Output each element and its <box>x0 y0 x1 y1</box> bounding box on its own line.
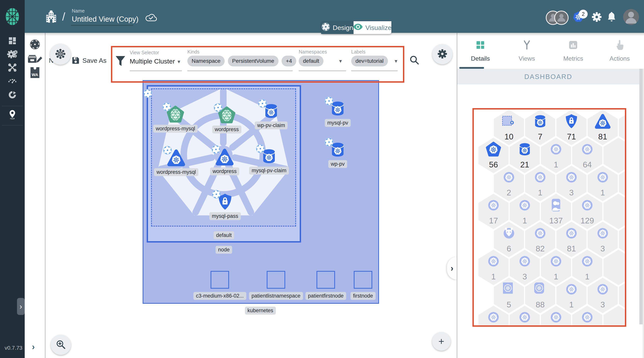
design-mode-button[interactable]: Design <box>321 21 354 34</box>
save-as-button[interactable]: Save As <box>82 57 106 64</box>
zoom-in-fab[interactable] <box>51 335 71 355</box>
user-avatar[interactable] <box>623 9 639 25</box>
tab-views[interactable]: Views <box>504 33 550 69</box>
hex-resource-cell[interactable]: 129 <box>572 194 602 229</box>
sidebar-item-kanvas[interactable] <box>0 108 25 122</box>
tab-metrics[interactable]: Metrics <box>550 33 596 69</box>
namespaces-dropdown-arrow[interactable]: ▼ <box>338 59 343 64</box>
resource-kind-icon <box>516 141 533 159</box>
hex-resource-cell[interactable]: 137 <box>541 194 571 229</box>
sidebar-item-extensions[interactable] <box>0 89 25 102</box>
hex-resource-cell[interactable] <box>604 194 626 229</box>
notifications-bell-icon[interactable] <box>607 12 616 23</box>
hex-resource-cell[interactable]: 1 <box>510 194 540 229</box>
dock-drawer-edit-icon[interactable] <box>25 51 45 67</box>
panel-scrollbar-thumb[interactable] <box>639 69 643 324</box>
hex-resource-cell[interactable]: 3 <box>588 278 618 313</box>
hex-resource-cell[interactable]: 10 <box>494 110 524 145</box>
hex-resource-cell[interactable]: 21 <box>510 138 540 173</box>
machine-node-square[interactable] <box>354 271 372 289</box>
resource-kind-icon <box>485 309 502 326</box>
canvas-dock <box>25 33 45 358</box>
resource-count: 137 <box>541 216 571 225</box>
hex-resource-cell[interactable]: 3 <box>556 166 586 201</box>
sidebar-divider <box>2 106 23 106</box>
machine-node-square[interactable] <box>316 271 335 289</box>
add-node-fab[interactable]: + <box>432 332 451 351</box>
resource-kind-icon <box>500 169 518 187</box>
tab-label: Metrics <box>563 55 583 62</box>
canvas-settings-fab[interactable] <box>432 44 452 64</box>
visualization-canvas[interactable]: wordpress-mysqlwordpresswp-pv-claimmysql… <box>45 33 457 358</box>
organization-icon[interactable] <box>45 11 57 24</box>
hex-resource-cell[interactable]: 2 <box>494 166 524 201</box>
kind-chip-more[interactable]: +4 <box>282 56 296 67</box>
visualize-mode-button[interactable]: Visualize <box>354 21 392 34</box>
settings-gear-icon[interactable] <box>592 12 602 23</box>
sidebar-item-lifecycle[interactable] <box>0 48 25 61</box>
resource-count: 81 <box>556 244 586 253</box>
resource-kind-icon <box>579 141 596 159</box>
hex-resource-cell[interactable] <box>604 138 626 173</box>
machine-node-label: patientlistnamespace <box>249 292 303 300</box>
tab-label: Actions <box>610 55 630 62</box>
hex-resource-cell[interactable]: 17 <box>478 194 508 229</box>
hex-resource-cell[interactable] <box>604 250 626 285</box>
kind-chip[interactable]: Namespace <box>188 56 225 67</box>
dock-meshery-spiral-icon[interactable] <box>25 37 45 53</box>
sidebar-item-performance[interactable] <box>0 74 25 87</box>
meshery-logo[interactable] <box>6 8 19 26</box>
version-text: v0.7.73 <box>5 345 22 351</box>
namespaces-chips: default ▼ <box>299 56 343 67</box>
hex-resource-cell[interactable]: 1 <box>588 166 618 201</box>
label-chip[interactable]: dev=tutorial <box>351 56 388 67</box>
hex-resource-cell[interactable]: 5 <box>494 278 524 313</box>
collaborator-avatar[interactable] <box>554 11 568 25</box>
hex-resource-cell[interactable]: 1 <box>541 250 571 285</box>
resource-count: 3 <box>588 300 618 309</box>
labels-dropdown-arrow[interactable]: ▼ <box>394 59 398 64</box>
resource-count: 1 <box>541 272 571 281</box>
mesh-sync-fab[interactable] <box>50 44 71 65</box>
sidebar-item-configuration[interactable] <box>0 61 25 75</box>
hex-resource-cell[interactable]: 1 <box>572 250 602 285</box>
metrics-chart-icon <box>568 40 578 52</box>
search-icon[interactable] <box>409 55 420 66</box>
hex-resource-cell[interactable]: 1 <box>556 278 586 313</box>
view-title-input[interactable]: Untitled View (Copy) <box>72 15 138 23</box>
view-selector-value[interactable]: Multiple Cluster <box>130 58 175 65</box>
resource-count: 1 <box>588 188 618 197</box>
sidebar-divider <box>2 125 23 126</box>
dock-expand-chevron[interactable]: › <box>32 341 35 352</box>
view-selector-label: View Selector <box>130 50 159 56</box>
tab-details[interactable]: Details <box>457 33 504 69</box>
machine-node-square[interactable] <box>210 271 229 289</box>
sidebar-item-dashboard[interactable] <box>0 34 25 48</box>
namespace-chip[interactable]: default <box>299 56 324 67</box>
hex-resource-cell[interactable]: 88 <box>525 278 555 313</box>
tab-actions[interactable]: Actions <box>596 33 643 69</box>
hex-resource-cell[interactable]: 56 <box>478 138 508 173</box>
hex-resource-cell[interactable]: 71 <box>556 110 586 145</box>
hex-resource-cell[interactable]: 81 <box>588 110 618 145</box>
resource-kind-icon <box>500 225 518 242</box>
namespace-container-default[interactable] <box>151 89 296 226</box>
hex-resource-cell[interactable]: 3 <box>588 222 618 257</box>
hex-resource-cell[interactable]: 1 <box>525 166 555 201</box>
sidebar-expand-tab[interactable]: › <box>17 298 25 315</box>
hex-resource-cell[interactable]: 81 <box>556 222 586 257</box>
hex-resource-cell[interactable]: 1 <box>541 138 571 173</box>
hex-resource-cell[interactable]: 7 <box>525 110 555 145</box>
resource-count: 1 <box>572 272 602 281</box>
filter-funnel-icon[interactable] <box>115 56 126 68</box>
dock-wasm-filter-icon[interactable]: WA <box>25 65 45 81</box>
panel-scrollbar-track <box>643 69 644 358</box>
kind-chip[interactable]: PersistentVolume <box>228 56 278 67</box>
hex-resource-cell[interactable]: 3 <box>510 250 540 285</box>
view-selector-dropdown-arrow[interactable]: ▼ <box>176 59 181 65</box>
hex-resource-cell[interactable]: 64 <box>572 138 602 173</box>
hex-resource-cell[interactable]: 1 <box>478 250 508 285</box>
hex-resource-cell[interactable]: 6 <box>494 222 524 257</box>
machine-node-square[interactable] <box>267 271 285 289</box>
hex-resource-cell[interactable]: 82 <box>525 222 555 257</box>
